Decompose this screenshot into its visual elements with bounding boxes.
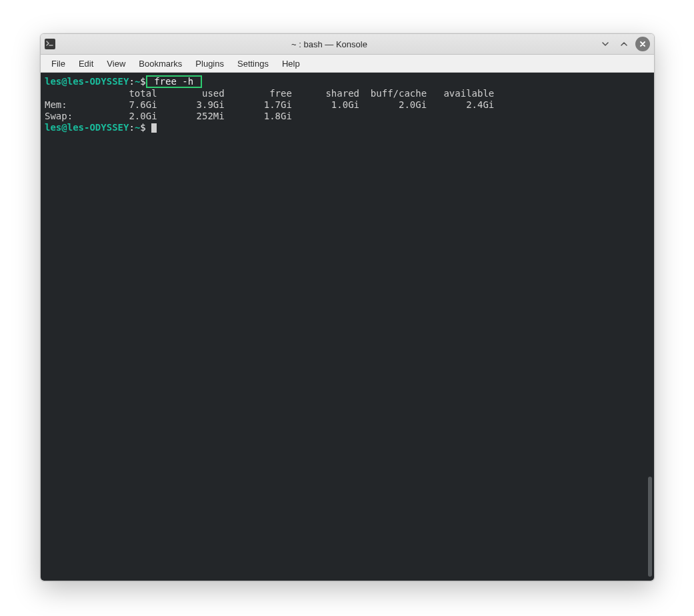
scrollbar[interactable] <box>648 477 652 577</box>
menu-settings[interactable]: Settings <box>231 57 275 71</box>
terminal-content: les@les-ODYSSEY:~$ free -h total used fr… <box>45 75 650 133</box>
menu-bookmarks[interactable]: Bookmarks <box>132 57 189 71</box>
konsole-window: ~ : bash — Konsole File Edit View Book <box>40 33 655 581</box>
close-icon <box>639 40 647 48</box>
maximize-button[interactable] <box>617 37 631 51</box>
konsole-app-icon <box>45 39 55 49</box>
window-controls <box>598 37 650 51</box>
prompt-dollar-2: $ <box>140 122 145 133</box>
command-highlight: free -h <box>146 75 202 88</box>
prompt-user-host-2: les@les-ODYSSEY <box>45 122 129 133</box>
prompt-sep: : <box>129 76 134 87</box>
menu-edit[interactable]: Edit <box>72 57 100 71</box>
free-mem-line: Mem: 7.6Gi 3.9Gi 1.7Gi 1.0Gi 2.0Gi 2.4Gi <box>45 99 494 110</box>
window-title: ~ : bash — Konsole <box>61 39 598 49</box>
prompt-user-host: les@les-ODYSSEY <box>45 76 129 87</box>
cursor-icon <box>151 123 157 133</box>
menu-file[interactable]: File <box>45 57 72 71</box>
free-swap-line: Swap: 2.0Gi 252Mi 1.8Gi <box>45 111 292 121</box>
menu-help[interactable]: Help <box>275 57 307 71</box>
minimize-button[interactable] <box>598 37 613 51</box>
prompt-dollar: $ <box>140 76 145 87</box>
svg-rect-0 <box>45 39 55 49</box>
menubar: File Edit View Bookmarks Plugins Setting… <box>41 55 654 73</box>
titlebar[interactable]: ~ : bash — Konsole <box>41 34 654 55</box>
chevron-up-icon <box>619 39 629 49</box>
free-header-line: total used free shared buff/cache availa… <box>45 88 494 99</box>
menu-plugins[interactable]: Plugins <box>189 57 231 71</box>
menu-view[interactable]: View <box>100 57 132 71</box>
close-button[interactable] <box>635 37 650 51</box>
prompt-sep-2: : <box>129 122 134 133</box>
chevron-down-icon <box>601 39 610 49</box>
terminal-viewport[interactable]: les@les-ODYSSEY:~$ free -h total used fr… <box>41 73 654 581</box>
